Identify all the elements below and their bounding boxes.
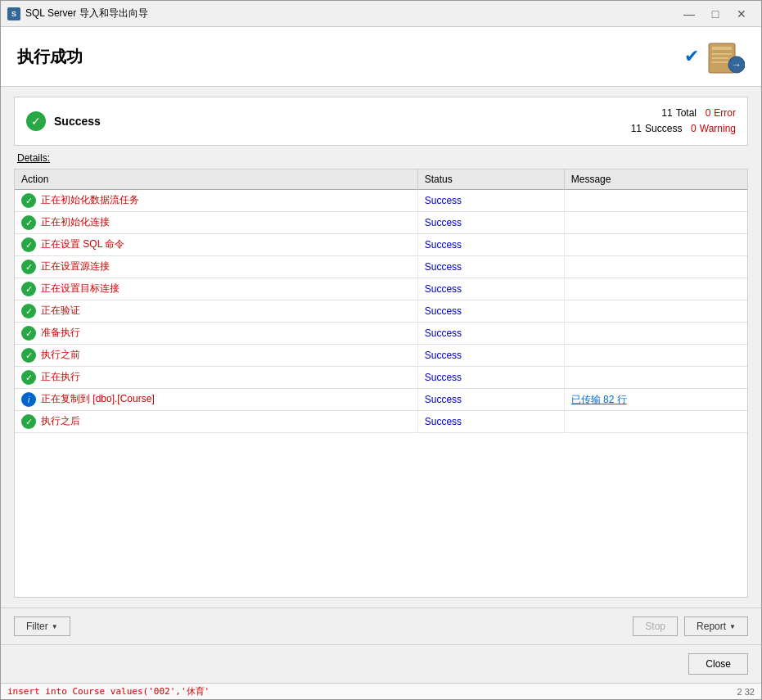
status-bar: insert into Course values('002','休育' 2 3…	[1, 683, 761, 699]
message-cell	[564, 411, 747, 433]
status-cell: Success	[417, 345, 564, 367]
details-table-container: Action Status Message ✓正在初始化数据流任务Success…	[14, 169, 748, 598]
table-row: ✓执行之后Success	[15, 411, 747, 433]
col-header-action: Action	[15, 169, 417, 190]
statusbar-number: 2 32	[737, 687, 755, 697]
success-icon: ✓	[21, 215, 36, 230]
success-icon: ✓	[21, 304, 36, 318]
table-row: ✓正在设置 SQL 命令Success	[15, 234, 747, 256]
header-right: ✔ →	[684, 37, 745, 76]
table-row: ✓正在验证Success	[15, 300, 747, 323]
action-cell: ✓正在初始化连接	[15, 212, 417, 234]
close-window-button[interactable]: ✕	[728, 2, 755, 25]
title-bar: S SQL Server 导入和导出向导 — □ ✕	[1, 1, 761, 27]
success-checkmark-icon: ✔	[684, 46, 699, 67]
success-icon: ✓	[21, 370, 36, 385]
success-icon: ✓	[21, 237, 36, 252]
error-count: 0	[700, 106, 710, 121]
message-link[interactable]: 已传输 82 行	[571, 394, 627, 405]
status-cell: Success	[417, 212, 564, 234]
action-cell: ✓准备执行	[15, 323, 417, 345]
footer-area: Filter Stop Report	[1, 607, 761, 644]
success-count: 11	[631, 121, 642, 137]
table-row: ✓正在设置源连接Success	[15, 256, 747, 278]
page-title: 执行成功	[17, 46, 83, 68]
action-text: 正在验证	[41, 305, 80, 317]
wizard-icon: →	[706, 37, 745, 76]
filter-button[interactable]: Filter	[14, 616, 70, 636]
status-cell: Success	[417, 278, 564, 300]
info-icon: i	[21, 392, 36, 407]
status-left: ✓ Success	[26, 111, 101, 131]
success-icon: ✓	[21, 326, 36, 341]
action-cell: ✓正在设置目标连接	[15, 278, 417, 300]
message-cell	[564, 278, 747, 300]
status-cell: Success	[417, 256, 564, 278]
maximize-button[interactable]: □	[702, 2, 728, 25]
message-cell	[564, 345, 747, 367]
close-button[interactable]: Close	[688, 653, 748, 675]
table-row: ✓正在设置目标连接Success	[15, 278, 747, 300]
main-content: ✓ Success 11 Total 0 Error 11 Success 0 …	[1, 87, 761, 607]
status-cell: Success	[417, 190, 564, 212]
action-cell: ✓执行之前	[15, 345, 417, 367]
status-cell: Success	[417, 300, 564, 323]
details-table: Action Status Message ✓正在初始化数据流任务Success…	[15, 169, 747, 433]
col-header-message: Message	[564, 169, 747, 190]
bottom-buttons-area: Close	[1, 644, 761, 683]
action-text: 正在初始化数据流任务	[41, 195, 139, 206]
table-row: ✓正在初始化连接Success	[15, 212, 747, 234]
action-cell: ✓正在初始化数据流任务	[15, 190, 417, 212]
status-box: ✓ Success 11 Total 0 Error 11 Success 0 …	[14, 97, 748, 146]
report-button[interactable]: Report	[684, 616, 748, 636]
window-title: SQL Server 导入和导出向导	[25, 7, 676, 20]
action-cell: ✓正在执行	[15, 367, 417, 389]
message-cell	[564, 234, 747, 256]
footer-right-buttons: Stop Report	[633, 616, 748, 636]
table-row: ✓准备执行Success	[15, 323, 747, 345]
action-text: 准备执行	[41, 327, 80, 339]
status-cell: Success	[417, 323, 564, 345]
action-text: 正在设置源连接	[41, 261, 110, 273]
success-icon: ✓	[21, 348, 36, 363]
svg-text:→: →	[732, 59, 742, 70]
minimize-button[interactable]: —	[676, 2, 702, 25]
action-text: 正在执行	[41, 372, 80, 383]
footer-left-buttons: Filter	[14, 616, 70, 636]
svg-rect-4	[712, 61, 730, 63]
action-cell: ✓执行之后	[15, 411, 417, 433]
svg-rect-3	[712, 57, 728, 59]
success-icon: ✓	[21, 193, 36, 208]
message-cell: 已传输 82 行	[564, 389, 747, 411]
message-cell	[564, 212, 747, 234]
table-row: ✓执行之前Success	[15, 345, 747, 367]
svg-rect-2	[712, 53, 732, 55]
message-cell	[564, 300, 747, 323]
success-warning-line: 11 Success 0 Warning	[631, 121, 736, 137]
success-icon: ✓	[21, 414, 36, 429]
table-row: ✓正在初始化数据流任务Success	[15, 190, 747, 212]
status-cell: Success	[417, 367, 564, 389]
status-label: Success	[54, 115, 101, 128]
action-text: 正在设置 SQL 命令	[41, 239, 124, 251]
action-text: 正在设置目标连接	[41, 283, 119, 295]
status-cell: Success	[417, 389, 564, 411]
main-window: S SQL Server 导入和导出向导 — □ ✕ 执行成功 ✔ →	[0, 0, 762, 700]
message-cell	[564, 256, 747, 278]
total-count: 11	[661, 106, 672, 121]
message-cell	[564, 323, 747, 345]
action-text: 正在初始化连接	[41, 217, 110, 228]
header-area: 执行成功 ✔ →	[1, 27, 761, 87]
svg-rect-1	[712, 47, 732, 50]
action-cell: i正在复制到 [dbo].[Course]	[15, 389, 417, 411]
table-header-row: Action Status Message	[15, 169, 747, 190]
success-icon: ✓	[21, 282, 36, 296]
details-label[interactable]: Details:	[17, 152, 748, 164]
action-text: 正在复制到 [dbo].[Course]	[41, 394, 155, 405]
col-header-status: Status	[417, 169, 564, 190]
warning-count: 0	[685, 121, 696, 137]
action-cell: ✓正在验证	[15, 300, 417, 323]
stop-button[interactable]: Stop	[633, 616, 678, 636]
table-row: ✓正在执行Success	[15, 367, 747, 389]
status-cell: Success	[417, 411, 564, 433]
